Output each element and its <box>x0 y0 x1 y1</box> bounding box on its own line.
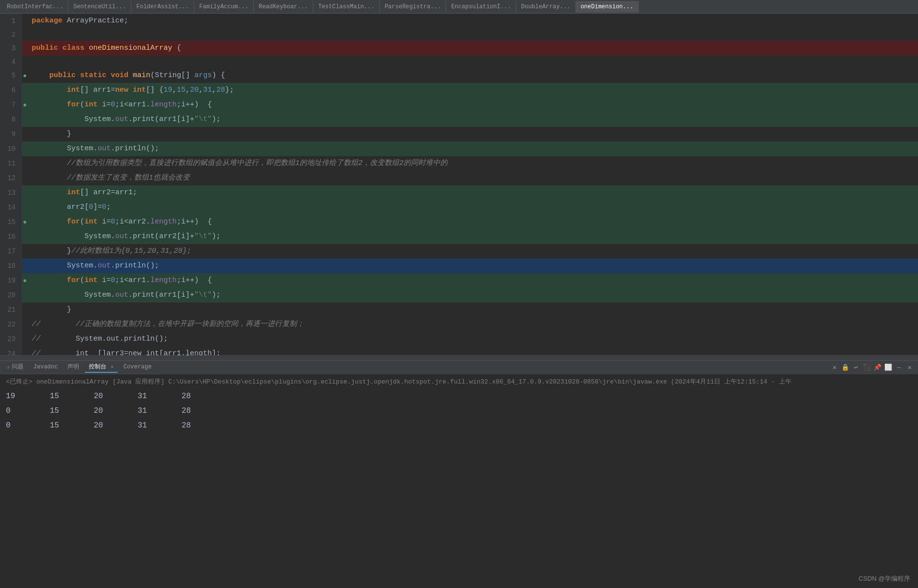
output-row: 1915203128 <box>6 389 912 404</box>
word-wrap-icon[interactable]: ↩ <box>852 363 860 372</box>
panel-tab-console[interactable]: 控制台 ✕ <box>85 362 118 373</box>
code-line: 4 <box>0 56 918 68</box>
console-close-icon[interactable]: ✕ <box>110 364 114 370</box>
close-panel-icon[interactable]: ✕ <box>905 363 914 372</box>
tab-robotinterface[interactable]: RobotInterfac... <box>2 1 68 13</box>
line-number: 17 <box>0 244 22 259</box>
clear-console-icon[interactable]: ✕ <box>830 363 839 372</box>
line-content[interactable]: System.out.print(arr1[i]+"\t"); <box>28 288 918 303</box>
tab-familyaccum[interactable]: FamilyAccum... <box>194 1 254 13</box>
code-line: 10 System.out.println(); <box>0 142 918 156</box>
panel-tab-label: Javadoc <box>33 364 58 370</box>
panel-tab-label: 控制台 <box>89 363 106 371</box>
output-value: 20 <box>94 389 108 404</box>
tab-testclassmain[interactable]: TestClassMain... <box>313 1 380 13</box>
line-number: 24 <box>0 346 22 355</box>
line-content[interactable]: package ArrayPractice; <box>28 14 918 28</box>
editor-area: 1package ArrayPractice;23public class on… <box>0 14 918 355</box>
line-content[interactable]: // int []arr3=new int[arr1.length]; <box>28 346 918 355</box>
minimize-icon[interactable]: — <box>895 363 903 372</box>
terminated-line: <已终止> oneDimensionalArray [Java 应用程序] C:… <box>6 377 912 386</box>
output-value: 19 <box>6 389 20 404</box>
line-content[interactable]: int[] arr2=arr1; <box>28 185 918 200</box>
code-line: 18 System.out.println(); <box>0 259 918 273</box>
line-content[interactable]: public class oneDimensionalArray { <box>28 41 918 56</box>
panel-tab-issues[interactable]: ⚠ 问题 <box>3 362 27 373</box>
tab-doublearray[interactable]: DoubleArray... <box>516 1 576 13</box>
code-line: 17 }//此时数组1为{0,15,20,31,28}; <box>0 244 918 259</box>
line-number: 10 <box>0 142 22 156</box>
line-indicator <box>22 244 28 259</box>
tab-label: ReadKeyboar... <box>259 3 308 10</box>
code-line: 12 //数据发生了改变，数组1也就会改变 <box>0 171 918 185</box>
line-number: 2 <box>0 28 22 41</box>
code-line: 21 } <box>0 303 918 317</box>
line-number: 21 <box>0 303 22 317</box>
line-number: 18 <box>0 259 22 273</box>
line-number: 4 <box>0 56 22 68</box>
panel-tabs: ⚠ 问题 Javadoc 声明 控制台 ✕ Coverage <box>0 361 159 374</box>
panel-toolbar: ✕ 🔒 ↩ ⬛ 📌 ⬜ — ✕ <box>830 363 918 372</box>
tab-sentenceutil[interactable]: SentenceUtil... <box>68 1 131 13</box>
tab-label: ParseRegistra... <box>385 3 441 10</box>
tab-parseregistra[interactable]: ParseRegistra... <box>380 1 446 13</box>
panel-tab-javadoc[interactable]: Javadoc <box>29 363 61 372</box>
output-value: 20 <box>94 418 108 433</box>
line-content[interactable]: System.out.print(arr1[i]+"\t"); <box>28 112 918 127</box>
line-number: 9 <box>0 127 22 142</box>
line-content[interactable] <box>28 56 918 68</box>
line-content[interactable]: System.out.print(arr2[i]+"\t"); <box>28 229 918 244</box>
line-content[interactable]: // //正确的数组复制方法，在堆中开辟一块新的空间，再逐一进行复制； <box>28 317 918 332</box>
line-content[interactable]: //数据发生了改变，数组1也就会改变 <box>28 171 918 185</box>
code-line: 5● public static void main(String[] args… <box>0 68 918 83</box>
code-line: 20 System.out.print(arr1[i]+"\t"); <box>0 288 918 303</box>
line-indicator <box>22 171 28 185</box>
output-value: 0 <box>6 418 20 433</box>
line-content[interactable]: System.out.println(); <box>28 142 918 156</box>
scroll-lock-icon[interactable]: 🔒 <box>841 363 850 372</box>
horizontal-scrollbar[interactable] <box>0 355 918 360</box>
line-indicator <box>22 303 28 317</box>
line-content[interactable]: arr2[0]=0; <box>28 200 918 215</box>
line-number: 7 <box>0 98 22 112</box>
panel-tab-declaration[interactable]: 声明 <box>63 362 83 373</box>
output-value: 0 <box>6 404 20 418</box>
tab-encapsulation[interactable]: EncapsulationI... <box>446 1 516 13</box>
panel-tab-coverage[interactable]: Coverage <box>120 363 156 372</box>
line-number: 8 <box>0 112 22 127</box>
tab-label: EncapsulationI... <box>451 3 510 10</box>
line-content[interactable]: } <box>28 303 918 317</box>
line-indicator <box>22 142 28 156</box>
tab-folderassist[interactable]: FolderAssist... <box>131 1 194 13</box>
maximize-icon[interactable]: ⬜ <box>884 363 893 372</box>
line-content[interactable]: //数组为引用数据类型，直接进行数组的赋值会从堆中进行，即把数组1的地址传给了数… <box>28 156 918 171</box>
line-indicator <box>22 127 28 142</box>
tab-label: oneDimension... <box>581 3 633 10</box>
output-value: 31 <box>138 389 152 404</box>
open-console-icon[interactable]: ⬛ <box>862 363 871 372</box>
line-content[interactable]: System.out.println(); <box>28 259 918 273</box>
line-content[interactable]: public static void main(String[] args) { <box>28 68 918 83</box>
line-content[interactable]: for(int i=0;i<arr2.length;i++) { <box>28 215 918 229</box>
line-content[interactable]: for(int i=0;i<arr1.length;i++) { <box>28 273 918 288</box>
line-indicator <box>22 14 28 28</box>
line-indicator <box>22 229 28 244</box>
line-content[interactable]: // System.out.println(); <box>28 332 918 346</box>
line-indicator <box>22 200 28 215</box>
line-content[interactable]: }//此时数组1为{0,15,20,31,28}; <box>28 244 918 259</box>
line-content[interactable] <box>28 28 918 41</box>
console-area: <已终止> oneDimensionalArray [Java 应用程序] C:… <box>0 374 918 472</box>
tab-onedimension[interactable]: oneDimension... <box>576 1 639 13</box>
output-row: 015203128 <box>6 404 912 418</box>
line-indicator <box>22 41 28 56</box>
line-content[interactable]: int[] arr1=new int[] {19,15,20,31,28}; <box>28 83 918 98</box>
line-number: 15 <box>0 215 22 229</box>
tab-readkeyboard[interactable]: ReadKeyboar... <box>254 1 313 13</box>
pin-icon[interactable]: 📌 <box>873 363 882 372</box>
line-content[interactable]: for(int i=0;i<arr1.length;i++) { <box>28 98 918 112</box>
watermark: CSDN @学编程序 <box>858 574 910 583</box>
line-content[interactable]: } <box>28 127 918 142</box>
line-number: 6 <box>0 83 22 98</box>
output-row: 015203128 <box>6 418 912 433</box>
bottom-panel: ⚠ 问题 Javadoc 声明 控制台 ✕ Coverage ✕ 🔒 ↩ ⬛ 📌 <box>0 360 918 472</box>
